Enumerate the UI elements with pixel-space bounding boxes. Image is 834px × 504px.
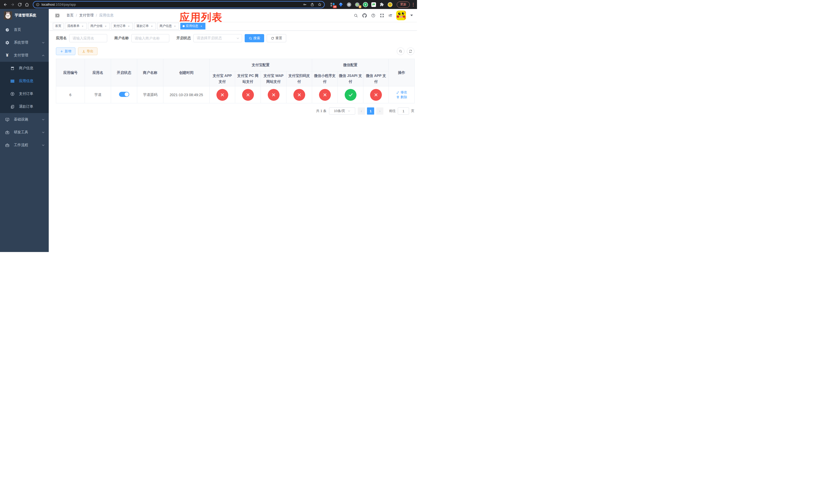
browser-back-icon[interactable] — [2, 1, 9, 8]
tab-close-icon[interactable]: × — [81, 25, 84, 28]
sidebar-item-infrastructure[interactable]: 基础设施 — [0, 113, 49, 126]
chrome-menu-icon[interactable] — [411, 2, 415, 7]
tab-refund-order[interactable]: 退款订单× — [134, 23, 156, 29]
tab-merchant-info[interactable]: 商户信息× — [157, 23, 179, 29]
breadcrumb-separator: / — [76, 13, 77, 18]
current-page-button[interactable]: 1 — [367, 108, 374, 115]
tab-home[interactable]: 首页 — [53, 23, 64, 29]
reset-button-label: 重置 — [276, 36, 282, 41]
help-icon[interactable] — [371, 13, 375, 18]
goto-page-input[interactable] — [398, 108, 409, 115]
profile-emoji-icon[interactable] — [387, 2, 393, 7]
search-icon — [249, 37, 252, 40]
tab-label: 流程表单 — [67, 24, 80, 28]
password-key-icon[interactable] — [303, 3, 307, 6]
sidebar-item-refund-order[interactable]: 退款订单 — [0, 100, 49, 113]
extension-y-icon[interactable]: Y — [363, 2, 368, 7]
sidebar-item-payment[interactable]: ¥ 支付管理 — [0, 49, 49, 62]
monitor-icon — [4, 117, 10, 122]
reset-button[interactable]: 重置 — [267, 34, 286, 42]
extension-chat-icon[interactable] — [371, 2, 376, 7]
pagination-total: 共 1 条 — [316, 109, 327, 113]
avatar-caret-icon[interactable] — [410, 15, 413, 16]
extension-command-icon[interactable]: ⌘ — [346, 2, 352, 7]
extension-badge: 1 — [359, 5, 361, 8]
browser-home-icon[interactable] — [24, 1, 30, 8]
refresh-table-button[interactable] — [407, 47, 414, 55]
status-select[interactable]: 请选择开启状态 — [193, 34, 242, 42]
enabled-toggle[interactable] — [119, 92, 129, 97]
sidebar-item-pay-order[interactable]: 支付订单 — [0, 87, 49, 100]
user-avatar[interactable] — [396, 10, 406, 20]
plus-icon — [60, 50, 63, 53]
prev-page-button[interactable]: ‹ — [358, 108, 365, 115]
tab-user-group[interactable]: 用户分组× — [88, 23, 110, 29]
breadcrumb-home[interactable]: 首页 — [66, 13, 73, 18]
download-icon — [82, 50, 85, 53]
yen-circle-icon — [9, 92, 15, 96]
tab-process-form[interactable]: 流程表单× — [65, 23, 87, 29]
extension-blocks-icon[interactable]: 10 — [330, 2, 335, 7]
delete-link[interactable]: 删除 — [396, 95, 407, 99]
page-size-select[interactable]: 10条/页 — [329, 108, 355, 115]
extension-recorder-icon[interactable]: 1 — [354, 2, 360, 7]
chrome-update-button[interactable]: 更新 — [397, 2, 410, 8]
cell-alipay-app-status — [210, 86, 235, 103]
url-text: localhost:1024/pay/app — [42, 3, 76, 6]
merchant-name-input[interactable] — [131, 34, 169, 42]
address-bar[interactable]: localhost:1024/pay/app — [33, 1, 325, 8]
bookmark-star-icon[interactable] — [318, 3, 322, 6]
edit-link[interactable]: 修改 — [396, 90, 407, 95]
tab-label: 支付订单 — [113, 24, 126, 28]
col-header-merchant: 商户名称 — [137, 59, 163, 86]
tab-close-icon[interactable]: × — [199, 25, 203, 28]
page-content: 应用名 商户名称 开启状态 请选择开启状态 搜索 — [49, 30, 417, 252]
cell-wx-mini-status — [312, 86, 338, 103]
export-button[interactable]: 导出 — [78, 47, 97, 55]
browser-forward-icon[interactable] — [9, 1, 16, 8]
github-icon[interactable] — [363, 13, 367, 18]
sidebar-item-label: 商户信息 — [19, 66, 33, 70]
sidebar-item-merchant-info[interactable]: 商户信息 — [0, 62, 49, 75]
table-toolbar: 新增 导出 — [56, 47, 414, 55]
share-icon[interactable] — [310, 3, 314, 6]
table-settings — [397, 47, 414, 55]
sidebar-logo[interactable]: 芋道管理系统 — [0, 9, 49, 22]
chevron-down-icon — [348, 110, 350, 112]
col-header-alipay-qr: 支付宝扫码支付 — [286, 71, 312, 86]
svg-text:⌘: ⌘ — [348, 3, 350, 6]
cell-app-id: 6 — [56, 86, 85, 103]
site-info-icon[interactable] — [36, 3, 40, 6]
sidebar-item-home[interactable]: 首页 — [0, 23, 49, 36]
fullscreen-icon[interactable] — [380, 13, 384, 18]
tab-pay-order[interactable]: 支付订单× — [111, 23, 133, 29]
breadcrumb: 首页 / 支付管理 / 应用信息 — [66, 13, 114, 18]
font-size-icon[interactable]: TT — [389, 13, 392, 18]
url-host: localhost — [42, 3, 54, 6]
sidebar-collapse-icon[interactable] — [55, 13, 60, 18]
sidebar-item-workflow[interactable]: 工作流程 — [0, 139, 49, 152]
app-name-input[interactable] — [69, 34, 107, 42]
tab-close-icon[interactable]: × — [150, 25, 154, 28]
sidebar-item-app-info[interactable]: 应用信息 — [0, 75, 49, 87]
show-search-toggle-button[interactable] — [397, 47, 404, 55]
sidebar-item-devtools[interactable]: 研发工具 — [0, 126, 49, 139]
tab-close-icon[interactable]: × — [173, 25, 177, 28]
extension-gem-icon[interactable] — [338, 2, 344, 7]
col-header-operations: 操作 — [389, 59, 415, 86]
sidebar-item-label: 研发工具 — [14, 130, 28, 135]
search-icon[interactable] — [354, 13, 358, 18]
next-page-button[interactable]: › — [376, 108, 383, 115]
add-button[interactable]: 新增 — [56, 47, 75, 55]
browser-reload-icon[interactable] — [16, 1, 23, 8]
sidebar-item-system[interactable]: 系统管理 — [0, 36, 49, 49]
sidebar-item-label: 工作流程 — [14, 143, 28, 147]
storefront-icon — [9, 66, 15, 70]
col-header-wx-app: 微信 APP 支付 — [364, 71, 389, 86]
breadcrumb-payment[interactable]: 支付管理 — [79, 13, 94, 18]
extensions-puzzle-icon[interactable] — [379, 2, 385, 7]
search-button[interactable]: 搜索 — [245, 34, 264, 42]
tab-close-icon[interactable]: × — [127, 25, 131, 28]
tab-close-icon[interactable]: × — [104, 25, 107, 28]
delete-link-label: 删除 — [401, 95, 407, 99]
